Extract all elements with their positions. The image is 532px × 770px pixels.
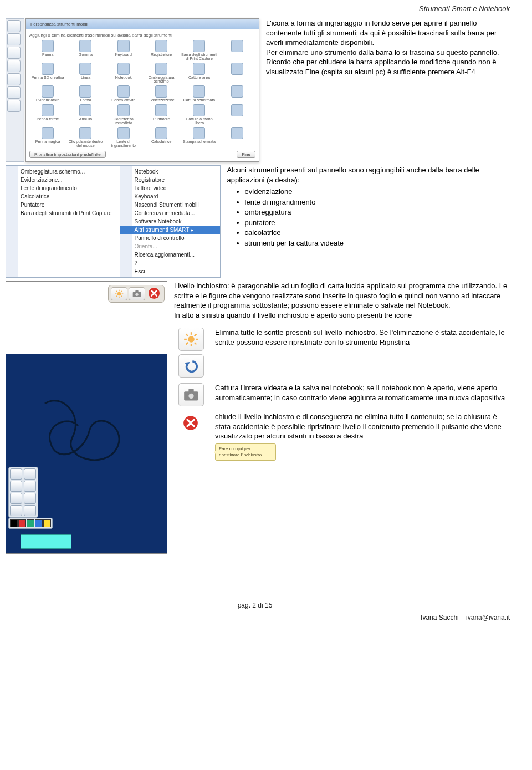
clear-ink-button[interactable] xyxy=(111,287,127,300)
menu-item[interactable]: Ricerca aggiornamenti... xyxy=(120,251,220,259)
done-button[interactable]: Fine xyxy=(237,151,255,158)
tool-button[interactable] xyxy=(10,505,22,516)
menu-item[interactable]: Evidenziazione... xyxy=(6,176,120,184)
tool-grid-item[interactable]: Forma xyxy=(67,85,104,102)
paragraph-3b: In alto a sinistra quando il livello inc… xyxy=(174,310,510,320)
restore-defaults-button[interactable]: Ripristina impostazioni predefinite xyxy=(29,151,106,158)
row-ink-layer: Livello inchiostro: è paragonabile ad un… xyxy=(6,281,510,554)
tool-grid-item[interactable]: Evidenziatore xyxy=(29,85,66,102)
row-toolpanel: Personalizza strumenti mobili Aggiungi o… xyxy=(6,18,510,162)
svg-line-7 xyxy=(116,295,117,297)
tool-grid-item[interactable]: Keyboard xyxy=(105,40,142,60)
tool-grid-item[interactable]: Calcolatrice xyxy=(143,127,180,147)
color-strip xyxy=(8,518,53,529)
menu-item[interactable]: Software Notebook xyxy=(120,217,220,226)
tool-grid-item[interactable]: Stampa schermata xyxy=(181,127,217,147)
tool-grid-item[interactable]: Gomma xyxy=(67,40,104,60)
menu-item[interactable]: Ombreggiatura schermo... xyxy=(6,167,120,176)
sunburst-icon xyxy=(178,328,204,351)
tool-grid-item[interactable]: Cattura schermata xyxy=(181,85,217,102)
toolbar-button[interactable] xyxy=(7,33,21,45)
menu-item[interactable]: Esci xyxy=(120,267,220,276)
color-swatch[interactable] xyxy=(43,519,51,527)
menu-item[interactable]: Nascondi Strumenti mobili xyxy=(120,201,220,209)
toolbar-button[interactable] xyxy=(7,20,21,32)
tool-grid-item[interactable]: Penna SD-creativa xyxy=(29,63,66,83)
tool-button[interactable] xyxy=(24,468,36,480)
paragraph-1: L'icona a forma di ingranaggio in fondo … xyxy=(266,18,510,77)
paragraph-2: Alcuni strumenti presenti sul pannello s… xyxy=(227,165,510,250)
paragraph-3a: Livello inchiostro: è paragonabile ad un… xyxy=(174,281,510,310)
smart-toolbar-vertical xyxy=(6,18,24,162)
tool-button[interactable] xyxy=(24,505,36,516)
toolbar-button[interactable] xyxy=(7,73,21,85)
svg-line-5 xyxy=(116,291,117,292)
menu-item[interactable]: Altri strumenti SMART ▸ xyxy=(120,226,220,234)
tool-grid-item[interactable] xyxy=(219,85,255,102)
tool-grid-item[interactable]: Cattura area xyxy=(181,63,217,83)
menu-item[interactable]: Calcolatrice xyxy=(6,192,120,201)
menu-item[interactable]: Lettore video xyxy=(120,184,220,192)
color-swatch[interactable] xyxy=(35,519,43,527)
menu-item[interactable]: ? xyxy=(120,259,220,267)
color-swatch[interactable] xyxy=(10,519,18,527)
tool-grid-item[interactable]: Notebook xyxy=(105,63,142,83)
bullet-item: calcolatrice xyxy=(245,228,510,238)
tool-grid-item[interactable]: Puntatore xyxy=(143,104,180,125)
tool-button[interactable] xyxy=(24,481,36,492)
tool-icon-grid: PennaGommaKeyboardRegistratoreBarra degl… xyxy=(29,40,255,147)
tool-grid-item[interactable] xyxy=(219,63,255,83)
page-footer: pag. 2 di 15 Ivana Sacchi – ivana@ivana.… xyxy=(0,598,532,629)
menu-item[interactable]: Puntatore xyxy=(6,201,120,209)
tool-grid-item[interactable]: Penna forme xyxy=(29,104,66,125)
tool-grid-item[interactable]: Barra degli strumenti di Print Capture xyxy=(181,40,217,60)
svg-rect-10 xyxy=(135,290,138,292)
bullet-item: strumenti per la cattura videate xyxy=(245,238,510,248)
menu-item[interactable]: Pannello di controllo xyxy=(120,234,220,242)
menu-item[interactable]: Conferenza immediata... xyxy=(120,209,220,217)
tool-grid-item[interactable]: Lente di ingrandimento xyxy=(105,127,142,147)
menu-item[interactable]: Barra degli strumenti di Print Capture xyxy=(6,209,120,217)
menu-item[interactable]: Keyboard xyxy=(120,192,220,201)
tool-grid-item[interactable] xyxy=(219,40,255,60)
svg-line-19 xyxy=(195,343,197,345)
tool-grid-item[interactable] xyxy=(219,127,255,147)
tool-grid-item[interactable]: Linea xyxy=(67,63,104,83)
tool-button[interactable] xyxy=(10,468,22,480)
menu-item[interactable]: Registratore xyxy=(120,176,220,184)
menu-item[interactable]: Lente di ingrandimento xyxy=(6,184,120,192)
tool-grid-item[interactable]: Registratore xyxy=(143,40,180,60)
gear-icon[interactable] xyxy=(7,100,21,112)
context-menu-right: NotebookRegistratoreLettore videoKeyboar… xyxy=(120,165,221,278)
tool-grid-item[interactable]: Conferenza immediata xyxy=(105,104,142,125)
toolbar-button[interactable] xyxy=(7,60,21,72)
tool-grid-item[interactable]: Penna xyxy=(29,40,66,60)
tool-grid-item[interactable]: Ombreggiatura schermo xyxy=(143,63,180,83)
tool-grid-item[interactable]: Centro attività xyxy=(105,85,142,102)
svg-point-13 xyxy=(188,336,195,343)
tool-grid-item[interactable]: Penna magica xyxy=(29,127,66,147)
tool-grid-item[interactable]: Evidenziazione xyxy=(143,85,180,102)
menu-item[interactable]: Notebook xyxy=(120,167,220,176)
toolbar-button[interactable] xyxy=(7,86,21,99)
paragraph-3: Livello inchiostro: è paragonabile ad un… xyxy=(174,281,510,464)
tool-grid-item[interactable]: Annulla xyxy=(67,104,104,125)
window-titlebar: Personalizza strumenti mobili xyxy=(26,19,259,29)
tool-button[interactable] xyxy=(24,493,36,504)
ink-floating-toolbar xyxy=(108,285,165,303)
close-ink-button[interactable] xyxy=(146,287,162,299)
capture-screen-button[interactable] xyxy=(129,287,145,300)
menu-item[interactable]: Orienta... xyxy=(120,242,220,251)
color-swatch[interactable] xyxy=(18,519,26,527)
tool-button[interactable] xyxy=(10,493,22,504)
tool-grid-item[interactable]: Clic pulsante destro del mouse xyxy=(67,127,104,147)
tool-button[interactable] xyxy=(10,481,22,492)
strumenti-bullet-list: evidenziazionelente di ingrandimentoombr… xyxy=(227,187,510,248)
toolbar-button[interactable] xyxy=(7,47,21,59)
tool-grid-item[interactable]: Cattura a mano libera xyxy=(181,104,217,125)
color-swatch[interactable] xyxy=(27,519,34,527)
icon-desc-2: chiude il livello inchiostro e di conseg… xyxy=(212,410,509,463)
context-menu-left: Ombreggiatura schermo...Evidenziazione..… xyxy=(6,165,120,278)
icon-desc-0: Elimina tutte le scritte presenti sul li… xyxy=(212,325,509,380)
tool-grid-item[interactable] xyxy=(219,104,255,125)
